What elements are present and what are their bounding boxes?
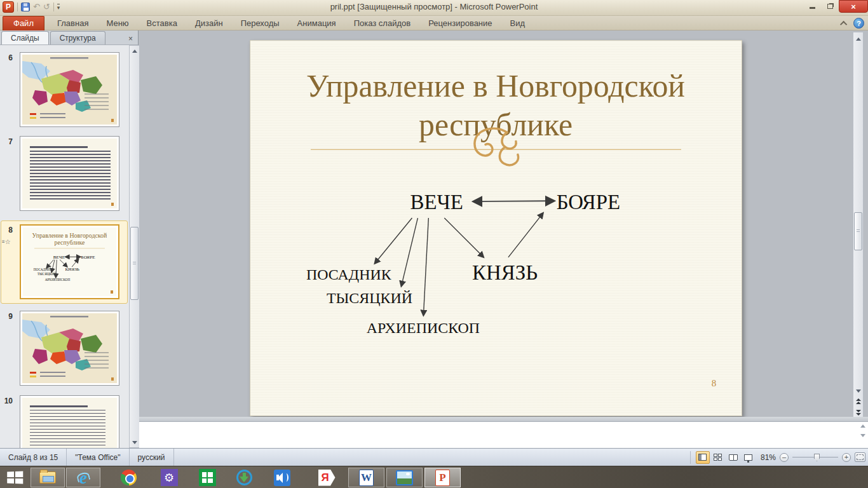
mini-title-line2: республике xyxy=(54,240,85,247)
svg-text:ТЫСЯЦКИЙ: ТЫСЯЦКИЙ xyxy=(37,271,57,276)
taskbar-explorer-button[interactable] xyxy=(31,468,65,487)
slide-thumbnail-text[interactable] xyxy=(20,136,119,211)
file-explorer-icon xyxy=(39,471,56,484)
slide-sorter-button[interactable] xyxy=(711,451,725,464)
taskbar-volume-app-button[interactable] xyxy=(269,468,295,487)
scrollbar-thumb[interactable] xyxy=(130,227,139,300)
tab-home[interactable]: Главная xyxy=(48,17,97,30)
tab-animations[interactable]: Анимация xyxy=(288,17,345,30)
main-scrollbar[interactable] xyxy=(853,32,864,418)
thumb-page-number xyxy=(111,203,114,206)
help-icon[interactable]: ? xyxy=(853,18,864,29)
tab-insert[interactable]: Вставка xyxy=(138,17,186,30)
animation-indicator-icon[interactable]: ≡☆ xyxy=(2,238,11,245)
slide-number: 10 xyxy=(1,396,13,405)
svg-text:ПОСАДНИК: ПОСАДНИК xyxy=(34,268,53,272)
taskbar-yandex-button[interactable]: Я xyxy=(314,468,339,487)
zoom-in-button[interactable]: + xyxy=(842,453,851,462)
tab-design[interactable]: Дизайн xyxy=(186,17,232,30)
chrome-icon xyxy=(121,470,137,485)
tab-menu[interactable]: Меню xyxy=(97,17,137,30)
minimize-button[interactable] xyxy=(803,0,821,12)
tab-slides-thumbnails[interactable]: Слайды xyxy=(1,31,49,44)
taskbar-powerpoint-button[interactable]: P xyxy=(424,468,461,487)
windows-store-icon xyxy=(199,469,216,486)
taskbar-chrome-button[interactable] xyxy=(116,468,141,487)
taskbar-ie-button[interactable]: e xyxy=(66,468,100,487)
text-thumbnail-content xyxy=(22,398,117,448)
zoom-level[interactable]: 81% xyxy=(761,453,776,462)
thumb-page-number xyxy=(111,377,114,381)
thumb-page-number xyxy=(111,119,114,122)
status-theme[interactable]: "Тема Office" xyxy=(67,449,129,466)
slides-panel: Слайды Структура × 6 xyxy=(0,30,139,448)
panel-tabs: Слайды Структура × xyxy=(0,30,138,45)
tab-review[interactable]: Рецензирование xyxy=(419,17,501,30)
tab-transitions[interactable]: Переходы xyxy=(232,17,288,30)
title-bar: P ↶ ↺ ▾ pril.ppt [Защищенный просмотр] -… xyxy=(0,0,868,16)
windows-logo-icon xyxy=(7,471,23,484)
slide-thumbnail-current[interactable]: Управление в Новгородской республике ВЕЧ… xyxy=(20,224,119,299)
close-button[interactable]: × xyxy=(839,0,868,13)
notes-pane[interactable] xyxy=(139,421,868,448)
start-button[interactable] xyxy=(3,468,27,487)
svg-text:БОЯРЕ: БОЯРЕ xyxy=(81,255,95,260)
taskbar-store-button[interactable] xyxy=(194,468,220,487)
notes-scrollbar[interactable] xyxy=(860,424,865,437)
window-controls: × xyxy=(803,0,868,13)
zoom-out-button[interactable]: – xyxy=(780,453,789,462)
scrollbar-thumb[interactable] xyxy=(854,212,862,250)
zoom-controls: 81% – + xyxy=(761,453,851,462)
scroll-up-button[interactable] xyxy=(853,34,863,44)
svg-text:ВЕЧЕ: ВЕЧЕ xyxy=(53,255,65,260)
arrow-down-icon[interactable] xyxy=(860,434,865,437)
ribbon-tab-bar: Файл Главная Меню Вставка Дизайн Переход… xyxy=(0,16,868,30)
svg-text:АРХИЕПИСКОП: АРХИЕПИСКОП xyxy=(45,278,71,281)
fit-to-window-button[interactable] xyxy=(855,452,865,462)
map-graphic xyxy=(22,313,117,383)
reading-view-button[interactable] xyxy=(726,451,740,464)
reading-view-icon xyxy=(729,454,738,461)
tab-slideshow[interactable]: Показ слайдов xyxy=(345,17,420,30)
status-bar: Слайд 8 из 15 "Тема Office" русский 81% … xyxy=(0,448,868,466)
normal-view-button[interactable] xyxy=(696,451,710,464)
slideshow-icon xyxy=(744,454,752,461)
tab-outline[interactable]: Структура xyxy=(50,31,105,44)
panel-close-icon[interactable]: × xyxy=(128,34,133,44)
taskbar-settings-button[interactable]: ⚙ xyxy=(156,468,182,487)
next-slide-button[interactable] xyxy=(853,409,863,417)
scroll-down-button[interactable] xyxy=(853,386,863,396)
taskbar-word-button[interactable]: W xyxy=(348,468,384,487)
previous-slide-button[interactable] xyxy=(853,397,863,405)
speaker-icon xyxy=(274,470,290,486)
powerpoint-window: P ↶ ↺ ▾ pril.ppt [Защищенный просмотр] -… xyxy=(0,0,868,488)
scroll-up-button[interactable] xyxy=(130,46,139,56)
zoom-slider[interactable] xyxy=(792,457,838,458)
slideshow-button[interactable] xyxy=(742,451,756,464)
slide-canvas[interactable]: Управление в Новгородской республике ВЕЧ… xyxy=(250,40,742,416)
mini-slide-graphic: Управление в Новгородской республике ВЕЧ… xyxy=(23,227,116,296)
slide-number: 7 xyxy=(1,137,13,146)
taskbar-photos-button[interactable] xyxy=(386,468,423,487)
photo-viewer-icon xyxy=(396,470,413,485)
slide-thumbnail-map[interactable] xyxy=(20,311,119,386)
tab-file[interactable]: Файл xyxy=(3,16,44,30)
panel-scrollbar[interactable] xyxy=(129,45,140,448)
slide-number: 8 xyxy=(1,226,13,234)
taskbar-updater-button[interactable] xyxy=(231,468,257,487)
slide-thumbnail-map[interactable] xyxy=(20,52,119,127)
map-thumbnail-content xyxy=(22,313,117,383)
notes-splitter[interactable] xyxy=(139,417,868,421)
status-slide-info[interactable]: Слайд 8 из 15 xyxy=(0,449,67,466)
tab-view[interactable]: Вид xyxy=(501,17,534,30)
slide-thumbnail-text[interactable] xyxy=(20,395,119,448)
view-switcher xyxy=(690,451,756,464)
arrow-up-icon[interactable] xyxy=(860,424,865,428)
status-language[interactable]: русский xyxy=(130,449,174,466)
scroll-down-button[interactable] xyxy=(130,437,139,447)
svg-text:КНЯЗЬ: КНЯЗЬ xyxy=(65,268,79,273)
powerpoint-icon: P xyxy=(435,470,450,486)
zoom-slider-thumb[interactable] xyxy=(814,454,820,461)
restore-button[interactable] xyxy=(821,0,839,12)
thumb-text-lines xyxy=(30,151,111,200)
